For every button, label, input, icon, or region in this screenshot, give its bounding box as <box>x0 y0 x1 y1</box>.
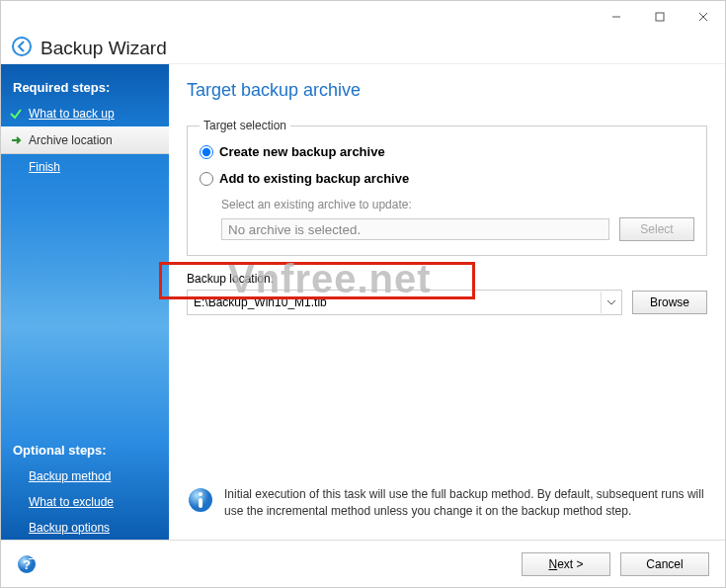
sidebar-item-label: Archive location <box>29 133 113 147</box>
sidebar-item-label: What to exclude <box>29 495 114 509</box>
info-row: Initial execution of this task will use … <box>187 476 707 530</box>
sidebar-item-backup-options[interactable]: Backup options <box>1 515 169 541</box>
sidebar-item-archive-location[interactable]: Archive location <box>1 126 169 154</box>
select-archive-button[interactable]: Select <box>619 217 694 241</box>
sidebar-item-label: What to back up <box>29 107 115 121</box>
sidebar-item-comments[interactable]: Comments <box>1 541 169 566</box>
add-subtext: Select an existing archive to update: <box>221 198 694 211</box>
svg-rect-1 <box>656 13 664 21</box>
existing-archive-input <box>221 218 609 240</box>
radio-add-label: Add to existing backup archive <box>219 171 409 186</box>
sidebar-item-label: Finish <box>29 160 60 174</box>
radio-add-input[interactable] <box>200 172 213 186</box>
header-title: Backup Wizard <box>40 38 167 59</box>
backup-location-input[interactable] <box>187 290 622 315</box>
sidebar-item-label: Backup method <box>29 469 111 483</box>
svg-rect-7 <box>199 498 202 508</box>
back-icon[interactable] <box>11 36 33 60</box>
sidebar-item-label: Comments <box>29 546 86 560</box>
required-steps-title: Required steps: <box>1 74 169 101</box>
sidebar-item-label: Backup options <box>29 521 110 535</box>
sidebar-item-finish[interactable]: Finish <box>1 154 169 180</box>
location-dropdown-button[interactable] <box>601 292 620 313</box>
browse-button[interactable]: Browse <box>632 291 707 314</box>
sidebar-item-backup-method[interactable]: Backup method <box>1 463 169 489</box>
minimize-button[interactable] <box>595 1 638 33</box>
info-text: Initial execution of this task will use … <box>224 486 707 520</box>
backup-wizard-window: Backup Wizard Required steps: What to ba… <box>0 0 726 588</box>
cancel-button[interactable]: Cancel <box>620 552 709 576</box>
radio-create-input[interactable] <box>200 145 213 159</box>
radio-create-new[interactable]: Create new backup archive <box>200 144 694 159</box>
backup-location-label: Backup location: <box>187 272 707 286</box>
info-icon <box>187 486 214 514</box>
optional-steps-title: Optional steps: <box>1 437 169 463</box>
sidebar: Required steps: What to back up Archive … <box>1 64 169 540</box>
header: Backup Wizard <box>1 33 725 64</box>
next-button[interactable]: Next > <box>522 552 610 576</box>
svg-point-4 <box>13 38 31 55</box>
radio-add-existing[interactable]: Add to existing backup archive <box>200 171 694 186</box>
sidebar-item-what-to-backup[interactable]: What to back up <box>1 101 169 126</box>
sidebar-item-what-to-exclude[interactable]: What to exclude <box>1 489 169 515</box>
maximize-button[interactable] <box>638 1 682 33</box>
check-icon <box>9 107 23 121</box>
main-panel: Target backup archive Target selection C… <box>169 64 725 540</box>
svg-point-6 <box>199 492 202 496</box>
close-button[interactable] <box>682 1 725 33</box>
arrow-right-icon <box>9 133 23 147</box>
target-selection-legend: Target selection <box>200 119 290 132</box>
radio-create-label: Create new backup archive <box>219 144 385 159</box>
target-selection-fieldset: Target selection Create new backup archi… <box>187 119 707 256</box>
titlebar <box>1 1 725 33</box>
page-title: Target backup archive <box>187 80 707 101</box>
